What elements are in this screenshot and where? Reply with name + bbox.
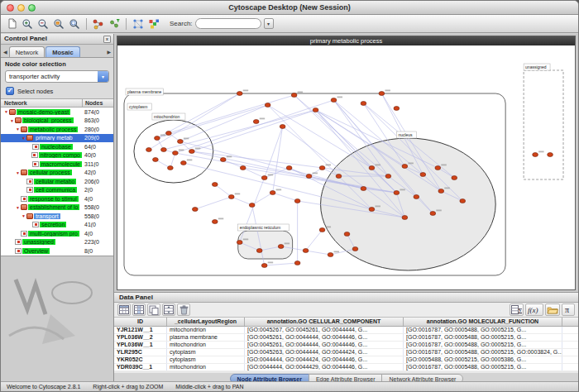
network-node[interactable] xyxy=(291,93,297,98)
copy-icon[interactable] xyxy=(147,304,160,316)
pi-icon[interactable]: π xyxy=(562,304,575,316)
table-row[interactable]: YJR121W__1mitochondrion[GO:0045267, GO:0… xyxy=(114,327,578,334)
column-header[interactable]: annotation.GO CELLULAR_COMPONENT xyxy=(245,318,404,326)
table-cell[interactable]: YDR039C__1 xyxy=(114,364,167,370)
network-node[interactable] xyxy=(452,176,457,180)
table-cell[interactable]: cytoplasm xyxy=(167,349,245,356)
table-cell[interactable]: YPL036W__2 xyxy=(114,334,167,341)
network-tree-item[interactable]: nucleobase64(0 xyxy=(1,142,113,151)
network-tree-item[interactable]: macromolecule311(0 xyxy=(1,160,113,169)
table-cell[interactable]: mitochondrion xyxy=(167,364,245,370)
network-tree-item[interactable]: ▼establishment of lo558(0 xyxy=(1,203,113,213)
zoom-in-icon[interactable] xyxy=(20,17,35,31)
table-cell[interactable]: mitochondrion xyxy=(167,342,245,348)
network-tree-item[interactable]: cellular metabo206(0 xyxy=(1,177,113,186)
network-node[interactable] xyxy=(414,195,419,199)
network-node[interactable] xyxy=(460,199,466,203)
network-node[interactable] xyxy=(278,245,284,249)
network-node[interactable] xyxy=(161,148,167,152)
network-node[interactable] xyxy=(253,120,259,124)
table-cell[interactable]: cytoplasm xyxy=(167,356,245,363)
tab-mosaic[interactable]: Mosaic xyxy=(45,46,79,57)
network-node[interactable] xyxy=(344,232,350,237)
table-row[interactable]: YLR295Ccytoplasm[GO:0045263, GO:0044444,… xyxy=(114,349,578,356)
network-view-title[interactable]: primary metabolic process xyxy=(117,36,575,45)
network-tree-item[interactable]: ▼transport558(0 xyxy=(1,212,113,221)
birdseye-overview[interactable] xyxy=(1,256,113,381)
network-node[interactable] xyxy=(146,148,152,152)
table-cell[interactable]: [GO:0016787, GO:0005488, GO:0005215, G..… xyxy=(404,334,562,341)
network-node[interactable] xyxy=(402,216,408,220)
network-node[interactable] xyxy=(212,183,218,187)
vizmapper-icon[interactable] xyxy=(146,17,161,31)
network-node[interactable] xyxy=(261,264,267,268)
network-node[interactable] xyxy=(306,174,312,179)
layout-icon[interactable] xyxy=(131,17,146,31)
data-panel-title[interactable]: Data Panel xyxy=(114,293,578,303)
network-node[interactable] xyxy=(220,158,226,162)
network-node[interactable] xyxy=(369,208,375,212)
network-tree-item[interactable]: response to stimul4(0 xyxy=(1,194,113,203)
network-tree-item[interactable]: ▼metabolic process280(0 xyxy=(1,125,113,134)
column-header[interactable]: annotation.GO MOLECULAR_FUNCTION xyxy=(404,318,562,326)
network-node[interactable] xyxy=(430,212,436,216)
table-icon[interactable] xyxy=(117,304,131,316)
network-node[interactable] xyxy=(192,208,198,212)
network-node[interactable] xyxy=(265,103,270,108)
table-cell[interactable]: [GO:0044444, GO:0044429, GO:0044446, G..… xyxy=(245,364,404,370)
network-node[interactable] xyxy=(237,241,242,245)
tree-expander-icon[interactable]: ▼ xyxy=(21,136,26,141)
network-node[interactable] xyxy=(228,195,234,199)
table-cell[interactable]: [GO:0045261, GO:0044444, GO:0044446, G..… xyxy=(245,342,404,348)
network-tree-item[interactable]: nitrogen compo40(0 xyxy=(1,151,113,160)
network-node[interactable] xyxy=(180,161,186,165)
table-row[interactable]: YPL036W__2plasma membrane[GO:0045261, GO… xyxy=(114,334,578,342)
network-node[interactable] xyxy=(420,173,426,177)
column-header[interactable]: _cellularLayoutRegion xyxy=(167,318,245,326)
table-cell[interactable]: [GO:0016787, GO:0005488, GO:0005215, G..… xyxy=(404,327,562,333)
table-cell[interactable]: [GO:0016787, GO:0005488, GO:0005215, G..… xyxy=(404,364,562,370)
tab-network[interactable]: Network xyxy=(9,46,45,57)
function-icon[interactable]: f(x) xyxy=(525,304,543,316)
control-panel-close-icon[interactable]: x xyxy=(103,36,111,43)
table-cell[interactable]: mitochondrion xyxy=(167,327,245,333)
network-node[interactable] xyxy=(336,174,342,179)
network-node[interactable] xyxy=(280,125,285,129)
network-node[interactable] xyxy=(361,187,366,191)
tree-expander-icon[interactable]: ▼ xyxy=(15,170,21,175)
network-node[interactable] xyxy=(369,166,375,170)
table-cell[interactable]: [GO:0005488, GO:0005215, GO:0005386, G..… xyxy=(404,356,562,363)
network-node[interactable] xyxy=(294,199,300,203)
tree-expander-icon[interactable]: ▼ xyxy=(15,127,21,131)
network-tree-item[interactable]: unassigned223(0 xyxy=(1,238,113,247)
network-tree-item[interactable]: ▼primary metab209(0 xyxy=(1,134,113,143)
tree-expander-icon[interactable]: ▼ xyxy=(9,118,15,123)
network-node[interactable] xyxy=(331,98,337,103)
row-height-icon[interactable] xyxy=(162,304,175,316)
network-node[interactable] xyxy=(153,158,159,162)
table-cell[interactable]: [GO:0045263, GO:0044444, GO:0044424, G..… xyxy=(245,349,404,356)
network-node[interactable] xyxy=(352,247,358,251)
table-cell[interactable]: YPL036W__1 xyxy=(114,342,167,348)
network-tree-item[interactable]: ▼mosaic-demo-yeast874(0 xyxy=(1,108,113,117)
tree-expander-icon[interactable]: ▼ xyxy=(21,213,26,218)
network-node[interactable] xyxy=(212,220,218,224)
network-tree-item[interactable]: Overview8(0 xyxy=(1,246,113,256)
network-node[interactable] xyxy=(286,166,292,170)
table-cell[interactable]: [GO:0016787, GO:0005488, GO:0005215, GO:… xyxy=(404,349,562,356)
tab-scroll-left-icon[interactable]: ◀ xyxy=(2,49,9,57)
network-node[interactable] xyxy=(394,191,400,195)
network-node[interactable] xyxy=(328,253,333,257)
network-node[interactable] xyxy=(438,189,444,194)
network-node[interactable] xyxy=(435,166,441,170)
new-network-from-selection-icon[interactable] xyxy=(107,17,122,31)
network-node[interactable] xyxy=(533,153,538,157)
table-cell[interactable]: YLR295C xyxy=(114,349,167,356)
network-tree-item[interactable]: secretion41(0 xyxy=(1,221,113,230)
open-folder-icon[interactable] xyxy=(545,304,560,316)
table-sum-icon[interactable]: Σ xyxy=(510,304,524,316)
zoom-out-icon[interactable] xyxy=(36,17,50,31)
table-row[interactable]: YKR052Ccytoplasm[GO:0044444, GO:0044424,… xyxy=(114,356,578,364)
network-node[interactable] xyxy=(294,261,300,265)
delete-table-icon[interactable] xyxy=(177,304,190,316)
